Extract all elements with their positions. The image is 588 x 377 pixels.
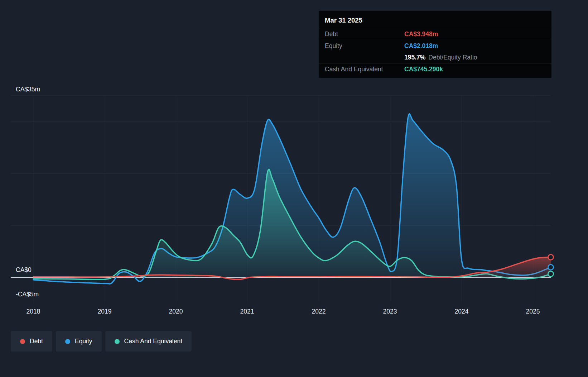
x-axis-label-2020: 2020	[169, 308, 183, 315]
x-axis-label-2023: 2023	[383, 308, 397, 315]
x-axis-label-2025: 2025	[526, 308, 540, 315]
tooltip-row-ratio: 195.7% Debt/Equity Ratio	[319, 52, 551, 63]
legend-item-debt[interactable]: Debt	[11, 331, 52, 352]
tooltip-row-equity: Equity CA$2.018m	[319, 40, 551, 52]
tooltip-debt-value: CA$3.948m	[404, 30, 438, 38]
x-axis-label-2022: 2022	[312, 308, 326, 315]
tooltip-row-cash: Cash And Equivalent CA$745.290k	[319, 63, 551, 75]
tooltip-cash-value: CA$745.290k	[404, 66, 443, 73]
x-axis-label-2018: 2018	[26, 308, 40, 315]
tooltip-debt-label: Debt	[325, 30, 404, 38]
cash-dot-icon	[115, 339, 120, 344]
chart-legend: Debt Equity Cash And Equivalent	[11, 331, 192, 352]
y-axis-label-0: CA$0	[16, 266, 32, 274]
y-axis-label-35m: CA$35m	[16, 86, 40, 93]
y-axis-label-neg5m: -CA$5m	[16, 291, 39, 298]
tooltip-row-debt: Debt CA$3.948m	[319, 28, 551, 40]
tooltip-ratio-label: Debt/Equity Ratio	[428, 54, 477, 61]
legend-debt-label: Debt	[30, 338, 43, 345]
tooltip-cash-label: Cash And Equivalent	[325, 66, 404, 73]
legend-cash-label: Cash And Equivalent	[124, 338, 182, 345]
tooltip-date: Mar 31 2025	[319, 13, 551, 28]
x-axis: 2018 2019 2020 2021 2022 2023 2024 2025	[0, 308, 588, 316]
x-axis-label-2019: 2019	[98, 308, 112, 315]
equity-dot-icon	[65, 339, 70, 344]
tooltip-ratio-value: 195.7%	[404, 54, 425, 61]
legend-equity-label: Equity	[75, 338, 92, 345]
debt-equity-history-chart: CA$35m CA$0 -CA$5m 2018 2019 2020 2021 2…	[0, 0, 588, 377]
tooltip-equity-value: CA$2.018m	[404, 42, 438, 50]
legend-item-equity[interactable]: Equity	[56, 331, 102, 352]
chart-tooltip: Mar 31 2025 Debt CA$3.948m Equity CA$2.0…	[319, 11, 551, 78]
debt-dot-icon	[20, 339, 25, 344]
x-axis-label-2021: 2021	[240, 308, 254, 315]
tooltip-equity-label: Equity	[325, 42, 404, 50]
legend-item-cash[interactable]: Cash And Equivalent	[105, 331, 192, 352]
x-axis-label-2024: 2024	[455, 308, 469, 315]
